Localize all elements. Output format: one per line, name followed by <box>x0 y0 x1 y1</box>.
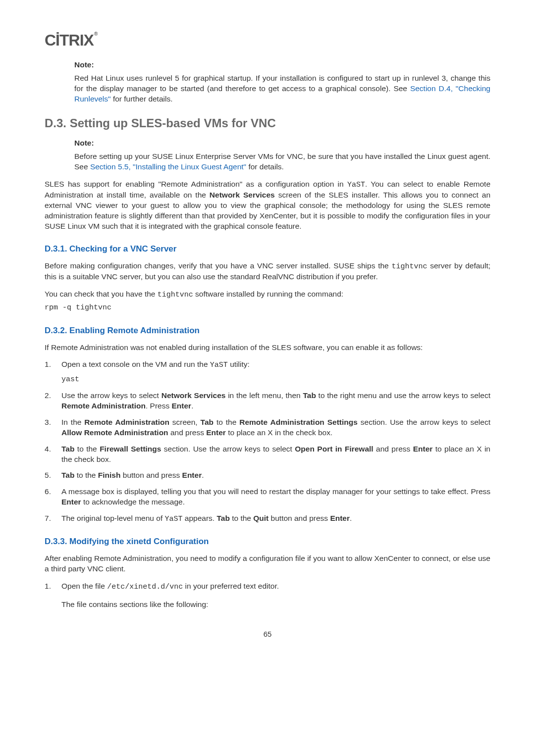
note-label: Note: <box>74 138 490 149</box>
code-yast: YaST <box>347 181 365 189</box>
code-yast: YaST <box>210 361 228 369</box>
note2-text-b: for details. <box>246 162 284 171</box>
code-block-yast: yast <box>61 375 490 385</box>
list-item: Tab to the Finish button and press Enter… <box>45 470 490 481</box>
note-text: Before setting up your SUSE Linux Enterp… <box>74 151 490 172</box>
text: in your preferred text editor. <box>183 582 279 590</box>
code-yast: YaST <box>165 515 183 523</box>
text: Open the file <box>61 582 107 590</box>
text: Before making configuration changes, ver… <box>45 261 391 270</box>
citrix-logo: CİTRIX® <box>45 30 490 51</box>
text: The file contains sections like the foll… <box>61 600 208 608</box>
bold-network-services: Network Services <box>210 191 275 199</box>
heading-d3: D.3. Setting up SLES-based VMs for VNC <box>45 115 490 131</box>
steps-d32: Open a text console on the VM and run th… <box>45 359 490 524</box>
note1-text-b: for further details. <box>111 95 173 103</box>
text: The original top-level menu of <box>61 514 165 522</box>
heading-d31: D.3.1. Checking for a VNC Server <box>45 244 490 255</box>
text: appears. Tab to the Quit button and pres… <box>183 514 352 522</box>
logo-reg: ® <box>94 31 97 37</box>
code-tightvnc: tightvnc <box>158 291 193 299</box>
logo-text: CİTRIX <box>45 31 94 49</box>
para-d31-a: Before making configuration changes, ver… <box>45 261 490 282</box>
note-text: Red Hat Linux uses runlevel 5 for graphi… <box>74 73 490 104</box>
list-item: Open the file /etc/xinetd.d/vnc in your … <box>45 581 490 609</box>
page-number: 65 <box>45 629 490 639</box>
heading-d32: D.3.2. Enabling Remote Administration <box>45 325 490 337</box>
text: utility: <box>228 360 250 368</box>
list-item: Tab to the Firewall Settings section. Us… <box>45 444 490 465</box>
note-block-1: Note: Red Hat Linux uses runlevel 5 for … <box>74 60 490 104</box>
text: You can check that you have the <box>45 290 158 298</box>
code-path: /etc/xinetd.d/vnc <box>107 583 183 591</box>
para-d31-b: You can check that you have the tightvnc… <box>45 289 490 300</box>
list-item: Open a text console on the VM and run th… <box>45 359 490 385</box>
heading-d33: D.3.3. Modifying the xinetd Configuratio… <box>45 536 490 548</box>
steps-d33: Open the file /etc/xinetd.d/vnc in your … <box>45 581 490 609</box>
list-item: A message box is displayed, telling you … <box>45 487 490 507</box>
code-tightvnc: tightvnc <box>391 262 427 271</box>
code-block-rpm: rpm -q tightvnc <box>45 303 490 313</box>
list-item: Use the arrow keys to select Network Ser… <box>45 391 490 411</box>
note-block-2: Note: Before setting up your SUSE Linux … <box>74 138 490 172</box>
list-item: The original top-level menu of YaST appe… <box>45 513 490 524</box>
note-label: Note: <box>74 60 490 70</box>
para-d33: After enabling Remote Administration, yo… <box>45 554 490 574</box>
text: software installed by running the comman… <box>193 290 343 298</box>
text: Open a text console on the VM and run th… <box>61 360 210 368</box>
para-sles-intro: SLES has support for enabling "Remote Ad… <box>45 179 490 232</box>
link-installing-guest-agent[interactable]: Section 5.5, "Installing the Linux Guest… <box>90 162 246 171</box>
list-item: In the Remote Administration screen, Tab… <box>45 417 490 438</box>
para-d32: If Remote Administration was not enabled… <box>45 343 490 353</box>
text: SLES has support for enabling "Remote Ad… <box>45 180 347 188</box>
